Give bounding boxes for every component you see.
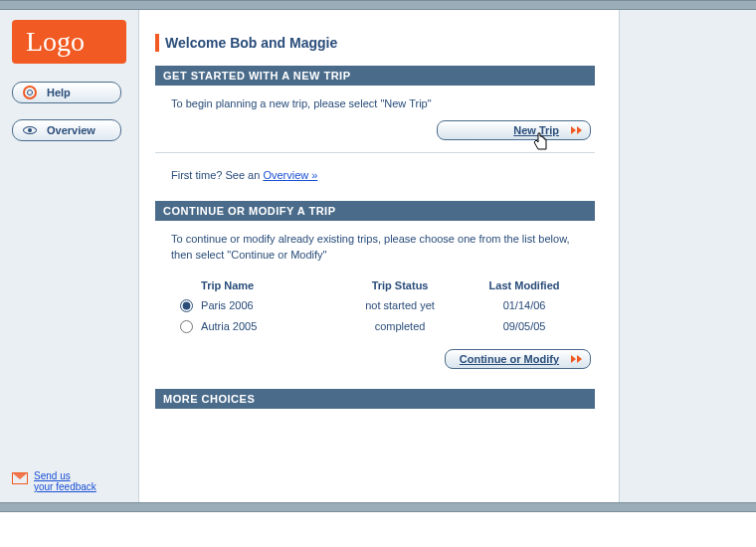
table-row[interactable]: Paris 2006 not started yet 01/14/06 [171, 295, 579, 316]
trip-status-cell: not started yet [330, 299, 470, 311]
trip-name-cell: Autria 2005 [201, 320, 330, 332]
overview-label: Overview [47, 124, 95, 136]
main-panel: Welcome Bob and Maggie GET STARTED WITH … [138, 10, 620, 502]
chevron-right-icon [571, 355, 582, 363]
new-trip-header: GET STARTED WITH A NEW TRIP [155, 66, 595, 86]
top-border [0, 0, 756, 10]
continue-modify-button[interactable]: Continue or Modify [445, 349, 591, 369]
new-trip-button-row: New Trip [155, 120, 595, 148]
new-trip-button[interactable]: New Trip [437, 120, 591, 140]
help-label: Help [47, 87, 71, 98]
trip-name-cell: Paris 2006 [201, 299, 330, 311]
accent-bar [155, 34, 159, 52]
content-area: Logo Help Overview Send usyour feedback … [0, 10, 756, 502]
envelope-icon [12, 472, 28, 484]
trip-modified-cell: 01/14/06 [470, 299, 579, 311]
svg-point-1 [28, 91, 33, 95]
svg-point-0 [24, 87, 36, 98]
trips-table: Trip Name Trip Status Last Modified Pari… [155, 272, 595, 349]
trip-radio[interactable] [180, 320, 193, 333]
trip-modified-cell: 09/05/05 [470, 320, 579, 332]
lifebuoy-icon [23, 86, 37, 99]
feedback-text[interactable]: Send usyour feedback [34, 470, 96, 492]
divider [155, 152, 595, 153]
continue-button-label: Continue or Modify [460, 353, 559, 365]
col-trip-status: Trip Status [330, 279, 470, 291]
sidebar: Logo Help Overview Send usyour feedback [0, 10, 138, 502]
overview-link[interactable]: Overview » [263, 169, 317, 181]
right-margin [620, 10, 756, 502]
welcome-heading: Welcome Bob and Maggie [155, 34, 595, 52]
continue-button-row: Continue or Modify [155, 349, 595, 377]
more-choices-header: MORE CHOICES [155, 389, 595, 409]
bottom-border [0, 502, 756, 512]
eye-icon [23, 123, 37, 137]
first-time-hint: First time? See an Overview » [155, 161, 595, 201]
new-trip-button-label: New Trip [513, 124, 559, 136]
trip-radio[interactable] [180, 299, 193, 312]
trip-status-cell: completed [330, 320, 470, 332]
new-trip-text: To begin planning a new trip, please sel… [155, 95, 595, 120]
col-trip-name: Trip Name [201, 279, 330, 291]
welcome-text: Welcome Bob and Maggie [165, 35, 337, 51]
continue-header: CONTINUE OR MODIFY A TRIP [155, 201, 595, 221]
continue-text: To continue or modify already existing t… [155, 231, 595, 272]
col-last-modified: Last Modified [470, 279, 579, 291]
chevron-right-icon [571, 126, 582, 134]
overview-button[interactable]: Overview [12, 119, 121, 141]
help-button[interactable]: Help [12, 82, 121, 103]
table-row[interactable]: Autria 2005 completed 09/05/05 [171, 316, 579, 337]
logo: Logo [12, 20, 126, 64]
table-header-row: Trip Name Trip Status Last Modified [171, 275, 579, 295]
feedback-link[interactable]: Send usyour feedback [12, 470, 126, 492]
